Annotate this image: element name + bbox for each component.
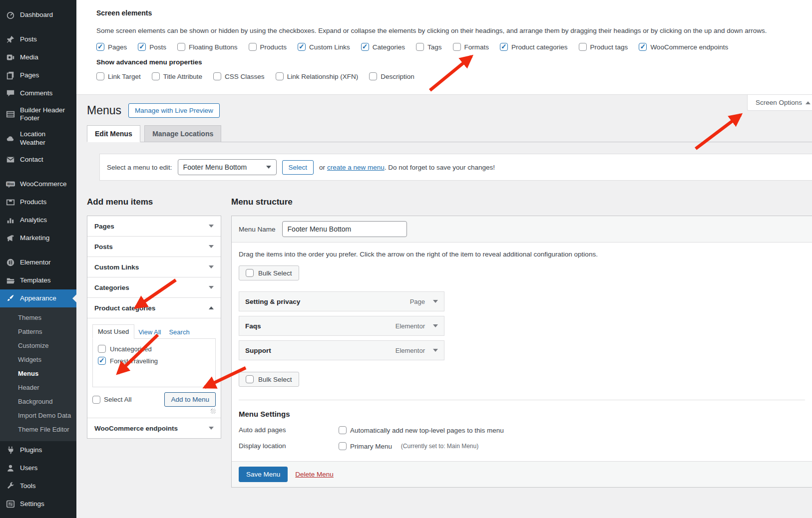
checkbox-pages[interactable]: Pages bbox=[96, 43, 127, 51]
auto-add-pages-checkbox[interactable]: Automatically add new top-level pages to… bbox=[339, 426, 504, 434]
checkbox-box[interactable] bbox=[249, 43, 257, 51]
screen-options-toggle[interactable]: Screen Options bbox=[747, 95, 812, 111]
accordion-categories[interactable]: Categories bbox=[87, 277, 221, 298]
checkbox-box[interactable] bbox=[361, 43, 369, 51]
checkbox-box[interactable] bbox=[213, 72, 221, 80]
checkbox-title-attribute[interactable]: Title Attribute bbox=[152, 72, 202, 80]
menu-item-row[interactable]: Support Elementor bbox=[239, 340, 444, 360]
sidebar-item-marketing[interactable]: Marketing bbox=[0, 229, 76, 247]
checkbox-box[interactable] bbox=[639, 43, 647, 51]
checkbox-box[interactable] bbox=[96, 72, 104, 80]
checkbox-box[interactable] bbox=[369, 72, 377, 80]
sidebar-item-plugins[interactable]: Plugins bbox=[0, 441, 76, 459]
checkbox-box[interactable] bbox=[98, 345, 106, 353]
tab-edit-menus[interactable]: Edit Menus bbox=[87, 125, 140, 142]
select-all-checkbox[interactable]: Select All bbox=[92, 396, 132, 404]
checkbox-formats[interactable]: Formats bbox=[453, 43, 489, 51]
submenu-item-themes[interactable]: Themes bbox=[0, 311, 76, 325]
add-to-menu-button[interactable]: Add to Menu bbox=[164, 392, 216, 407]
checkbox-categories[interactable]: Categories bbox=[361, 43, 405, 51]
checkbox-description[interactable]: Description bbox=[369, 72, 414, 80]
checkbox-box[interactable] bbox=[92, 396, 100, 404]
submenu-item-import-demo-data[interactable]: Import Demo Data bbox=[0, 409, 76, 423]
checkbox-tags[interactable]: Tags bbox=[416, 43, 442, 51]
checkbox-box[interactable] bbox=[579, 43, 587, 51]
bulk-select-top[interactable]: Bulk Select bbox=[239, 265, 299, 280]
submenu-item-patterns[interactable]: Patterns bbox=[0, 325, 76, 339]
sidebar-item-pages[interactable]: Pages bbox=[0, 66, 76, 84]
checkbox-link-relationship[interactable]: Link Relationship (XFN) bbox=[276, 72, 359, 80]
checkbox-box[interactable] bbox=[416, 43, 424, 51]
submenu-item-background[interactable]: Background bbox=[0, 395, 76, 409]
delete-menu-link[interactable]: Delete Menu bbox=[295, 471, 334, 478]
chevron-down-icon[interactable] bbox=[433, 349, 438, 354]
checkbox-woocommerce-endpoints[interactable]: WooCommerce endpoints bbox=[639, 43, 728, 51]
sidebar-item-templates[interactable]: Templates bbox=[0, 271, 76, 289]
select-button[interactable]: Select bbox=[282, 160, 314, 175]
chevron-down-icon[interactable] bbox=[433, 300, 438, 305]
create-new-menu-link[interactable]: create a new menu bbox=[327, 164, 385, 171]
menu-item-row[interactable]: Faqs Elementor bbox=[239, 316, 444, 336]
checkbox-box[interactable] bbox=[246, 375, 254, 383]
checkbox-box[interactable] bbox=[339, 442, 347, 450]
checkbox-box[interactable] bbox=[500, 43, 508, 51]
checkbox-box[interactable] bbox=[298, 43, 306, 51]
checkbox-product-categories[interactable]: Product categories bbox=[500, 43, 568, 51]
accordion-pages[interactable]: Pages bbox=[87, 216, 221, 237]
manage-live-preview-button[interactable]: Manage with Live Preview bbox=[128, 103, 220, 118]
term-uncategorized[interactable]: Uncategorized bbox=[98, 345, 210, 353]
menu-name-input[interactable] bbox=[282, 221, 407, 237]
accordion-product-categories[interactable]: Product categories bbox=[87, 298, 221, 318]
sidebar-item-posts[interactable]: Posts bbox=[0, 30, 76, 48]
checkbox-box[interactable] bbox=[339, 426, 347, 434]
checkbox-box[interactable] bbox=[246, 269, 254, 277]
sidebar-item-users[interactable]: Users bbox=[0, 459, 76, 477]
menu-item-row[interactable]: Setting & privacy Page bbox=[239, 291, 444, 311]
accordion-woocommerce-endpoints[interactable]: WooCommerce endpoints bbox=[87, 418, 221, 438]
sidebar-item-contact[interactable]: Contact bbox=[0, 151, 76, 169]
sidebar-item-analytics[interactable]: Analytics bbox=[0, 211, 76, 229]
sidebar-item-builder-header-footer[interactable]: Builder Header Footer bbox=[0, 102, 76, 126]
checkbox-box[interactable] bbox=[453, 43, 461, 51]
checkbox-product-tags[interactable]: Product tags bbox=[579, 43, 628, 51]
checkbox-products[interactable]: Products bbox=[249, 43, 287, 51]
tab-view-all[interactable]: View All bbox=[134, 325, 165, 339]
submenu-item-menus[interactable]: Menus bbox=[0, 367, 76, 381]
checkbox-box[interactable] bbox=[177, 43, 185, 51]
bulk-select-bottom[interactable]: Bulk Select bbox=[239, 372, 299, 387]
tab-search[interactable]: Search bbox=[165, 325, 193, 339]
checkbox-box[interactable] bbox=[98, 357, 106, 365]
sidebar-item-dashboard[interactable]: Dashboard bbox=[0, 6, 76, 24]
primary-menu-checkbox[interactable]: Primary Menu (Currently set to: Main Men… bbox=[339, 442, 478, 450]
accordion-posts[interactable]: Posts bbox=[87, 237, 221, 257]
checkbox-posts[interactable]: Posts bbox=[138, 43, 166, 51]
sidebar-item-tools[interactable]: Tools bbox=[0, 477, 76, 495]
sidebar-item-settings[interactable]: Settings bbox=[0, 495, 76, 513]
checkbox-css-classes[interactable]: CSS Classes bbox=[213, 72, 265, 80]
sidebar-item-woocommerce[interactable]: Woo WooCommerce bbox=[0, 175, 76, 193]
checkbox-box[interactable] bbox=[276, 72, 284, 80]
sidebar-item-media[interactable]: Media bbox=[0, 48, 76, 66]
sidebar-item-comments[interactable]: Comments bbox=[0, 84, 76, 102]
menu-select-dropdown[interactable]: Footer Menu Bottom bbox=[178, 159, 277, 175]
save-menu-button[interactable]: Save Menu bbox=[239, 467, 288, 482]
sidebar-item-appearance[interactable]: Appearance bbox=[0, 289, 76, 307]
tab-manage-locations[interactable]: Manage Locations bbox=[144, 125, 221, 142]
checkbox-custom-links[interactable]: Custom Links bbox=[298, 43, 350, 51]
chevron-down-icon[interactable] bbox=[433, 324, 438, 330]
term-forest-travelling[interactable]: Forest Travelling bbox=[98, 357, 210, 365]
sidebar-item-elementor[interactable]: Elementor bbox=[0, 254, 76, 271]
submenu-item-widgets[interactable]: Widgets bbox=[0, 353, 76, 367]
checkbox-box[interactable] bbox=[138, 43, 146, 51]
resize-grip[interactable] bbox=[211, 409, 216, 414]
submenu-item-theme-file-editor[interactable]: Theme File Editor bbox=[0, 423, 76, 437]
submenu-item-header[interactable]: Header bbox=[0, 381, 76, 395]
checkbox-box[interactable] bbox=[152, 72, 160, 80]
tab-most-used[interactable]: Most Used bbox=[92, 324, 134, 339]
sidebar-item-location-weather[interactable]: Location Weather bbox=[0, 126, 76, 150]
submenu-item-customize[interactable]: Customize bbox=[0, 339, 76, 353]
accordion-custom-links[interactable]: Custom Links bbox=[87, 257, 221, 277]
checkbox-link-target[interactable]: Link Target bbox=[96, 72, 141, 80]
checkbox-box[interactable] bbox=[96, 43, 104, 51]
sidebar-item-products[interactable]: Products bbox=[0, 193, 76, 211]
